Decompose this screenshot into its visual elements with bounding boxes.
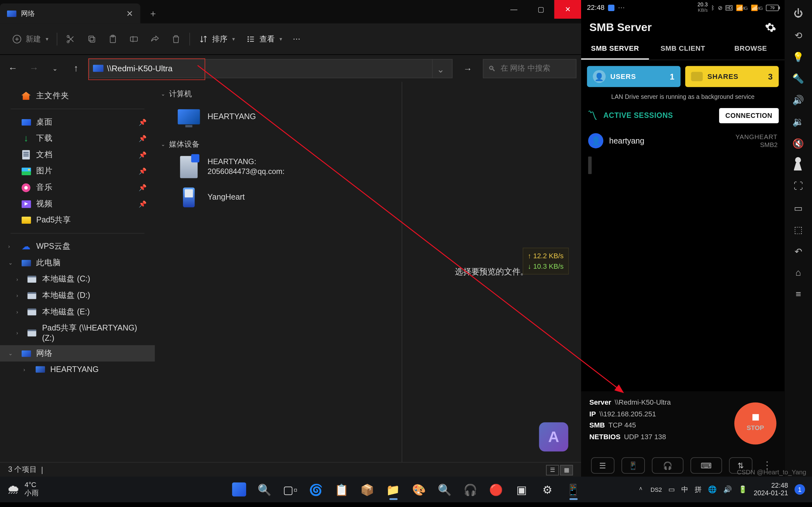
rename-button[interactable] <box>125 32 142 47</box>
copy-button[interactable] <box>83 32 101 47</box>
pin-icon[interactable]: 📌 <box>139 151 147 158</box>
chevron-down-icon[interactable]: ⌄ <box>8 260 13 266</box>
tray-network-icon[interactable]: 🌐 <box>708 486 717 494</box>
chevron-right-icon[interactable]: › <box>16 330 18 335</box>
share-button[interactable] <box>146 32 164 47</box>
tray-cn[interactable]: 中 <box>681 485 688 494</box>
power-button[interactable]: ⏻ <box>789 3 809 23</box>
chevron-right-icon[interactable]: › <box>8 244 10 249</box>
tray-ds2[interactable]: DS2 <box>651 486 662 493</box>
back-button[interactable]: ← <box>5 63 21 73</box>
nav-keyboard-button[interactable]: ⌨ <box>691 457 722 474</box>
shares-stat[interactable]: SHARES 3 <box>685 66 779 87</box>
nav-phone-button[interactable]: 📱 <box>621 457 645 474</box>
chevron-right-icon[interactable]: › <box>16 292 18 298</box>
session-item[interactable]: 👤 heartyang YANGHEARTSMB2 <box>581 127 784 155</box>
app-button[interactable]: 🎧 <box>459 478 481 501</box>
sidebar-item-thispc[interactable]: ⌄此电脑 <box>0 255 155 271</box>
volume-up-button[interactable]: 🔊 <box>789 90 809 110</box>
sidebar-item-pictures[interactable]: 图片📌 <box>0 163 155 179</box>
settings-button[interactable]: ⚙ <box>537 478 559 501</box>
weather-widget[interactable]: 🌧 4°C小雨 <box>0 481 46 498</box>
connection-button[interactable]: CONNECTION <box>719 108 779 123</box>
sidebar-item-music[interactable]: 音乐📌 <box>0 179 155 196</box>
address-dropdown[interactable]: ⌄ <box>432 59 449 77</box>
app-button[interactable]: 📋 <box>331 478 353 501</box>
nav-headphones-button[interactable]: 🎧 <box>652 457 683 474</box>
app-button[interactable]: 🔍 <box>434 478 456 501</box>
new-button[interactable]: 新建▾ <box>8 32 52 47</box>
search-button[interactable]: 🔍 <box>253 478 275 501</box>
sort-button[interactable]: 排序▾ <box>195 32 239 47</box>
tab-network[interactable]: 网络 ✕ <box>0 3 140 23</box>
search-box[interactable]: 🔍︎ 在 网络 中搜索 <box>483 59 576 78</box>
explorer-button[interactable]: 📁 <box>382 478 404 501</box>
new-tab-button[interactable]: ＋ <box>140 3 166 23</box>
address-bar[interactable]: ⌄ <box>89 59 452 78</box>
tray-battery-icon[interactable]: 🔋 <box>739 486 747 494</box>
bulb-button[interactable]: 💡 <box>789 47 809 66</box>
sidebar-item-pad5share[interactable]: Pad5共享 <box>0 212 155 228</box>
minimize-button[interactable]: — <box>501 0 527 19</box>
chevron-right-icon[interactable]: › <box>16 309 18 315</box>
paste-button[interactable] <box>104 32 121 47</box>
maximize-button[interactable]: ▢ <box>527 0 554 19</box>
pin-icon[interactable]: 📌 <box>139 184 147 191</box>
more-button[interactable]: ⋯ <box>289 32 304 45</box>
delete-button[interactable] <box>167 32 185 47</box>
app-button[interactable]: 🎨 <box>408 478 430 501</box>
sidebar-item-network[interactable]: ⌄网络 <box>0 345 155 361</box>
gear-icon[interactable] <box>765 21 776 33</box>
address-input[interactable] <box>107 64 432 73</box>
icons-view-button[interactable]: ▦ <box>560 464 573 475</box>
list-item-computer[interactable]: HEARTYANG <box>155 102 402 132</box>
fullscreen-button[interactable]: ⛶ <box>789 176 809 196</box>
edge-button[interactable]: 🌀 <box>305 478 327 501</box>
chevron-right-icon[interactable]: › <box>23 367 26 372</box>
clock[interactable]: 22:482024-01-21 <box>754 482 788 497</box>
group-media[interactable]: ⌄媒体设备 <box>155 136 402 152</box>
pin-icon[interactable]: 📌 <box>139 118 147 126</box>
app-button[interactable]: 🔴 <box>485 478 507 501</box>
sidebar-item-videos[interactable]: 视频📌 <box>0 195 155 212</box>
nav-menu-button[interactable]: ☰ <box>591 457 614 474</box>
scrcpy-button[interactable]: 📱 <box>562 478 584 501</box>
tab-browse[interactable]: BROWSE <box>717 39 785 60</box>
users-stat[interactable]: 👤 USERS 1 <box>587 66 681 87</box>
crop-button[interactable]: ⬚ <box>789 220 809 239</box>
tab-close-icon[interactable]: ✕ <box>126 9 133 18</box>
up-button[interactable]: ↑ <box>68 63 84 73</box>
pin-icon[interactable]: 📌 <box>139 167 147 175</box>
tray-chevron[interactable]: ＾ <box>637 485 644 494</box>
view-button[interactable]: 查看▾ <box>242 32 286 47</box>
chevron-down-icon[interactable]: ⌄ <box>8 350 13 356</box>
app-button[interactable]: 📦 <box>356 478 378 501</box>
pin-icon[interactable]: 📌 <box>139 200 147 208</box>
back-button[interactable]: ↶ <box>789 241 809 261</box>
notification-badge[interactable]: 1 <box>795 484 805 495</box>
close-button[interactable]: ✕ <box>554 0 581 19</box>
sidebar-item-net-heartyang[interactable]: ›HEARTYANG <box>0 361 155 377</box>
terminal-button[interactable]: ▣ <box>511 478 533 501</box>
landscape-button[interactable]: ▭ <box>789 198 809 218</box>
chevron-right-icon[interactable]: › <box>16 276 18 282</box>
go-button[interactable]: → <box>457 63 478 73</box>
sidebar-item-drive-e[interactable]: ›本地磁盘 (E:) <box>0 303 155 320</box>
tray-volume-icon[interactable]: 🔊 <box>723 486 732 494</box>
sidebar-item-drive-d[interactable]: ›本地磁盘 (D:) <box>0 287 155 304</box>
details-view-button[interactable]: ☰ <box>546 464 559 475</box>
sidebar-item-drive-z[interactable]: ›Pad5共享 (\\HEARTYANG) (Z:) <box>0 320 155 345</box>
rotate-button[interactable]: ⟲ <box>789 25 809 45</box>
group-computer[interactable]: ⌄计算机 <box>155 87 402 102</box>
recent-button[interactable]: ⌄ <box>47 65 63 72</box>
tray-cast-icon[interactable]: ▭ <box>668 486 675 494</box>
mute-button[interactable]: 🔇 <box>789 133 809 153</box>
tab-smb-client[interactable]: SMB CLIENT <box>649 39 717 60</box>
sidebar-item-wps[interactable]: ›☁WPS云盘 <box>0 238 155 255</box>
tray-pin[interactable]: 拼 <box>695 485 702 494</box>
list-item-media-2[interactable]: YangHeart <box>155 182 402 213</box>
forward-button[interactable]: → <box>26 63 42 73</box>
tab-smb-server[interactable]: SMB SERVER <box>581 39 649 60</box>
sidebar-item-downloads[interactable]: ↓下载📌 <box>0 130 155 147</box>
stop-button[interactable]: STOP <box>734 402 776 445</box>
